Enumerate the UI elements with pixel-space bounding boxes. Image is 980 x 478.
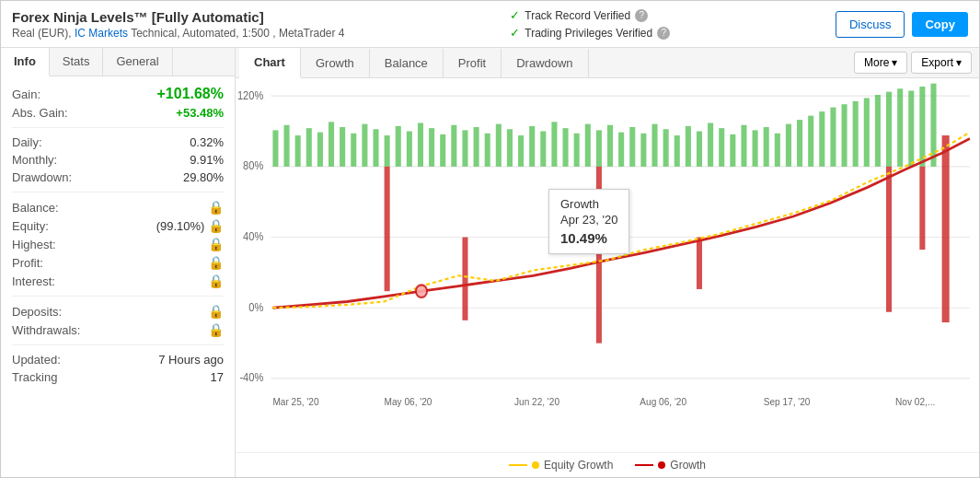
svg-rect-19 xyxy=(362,124,367,167)
chart-tooltip: Growth Apr 23, '20 10.49% xyxy=(548,189,629,254)
svg-rect-61 xyxy=(830,108,836,167)
info-icon-2[interactable]: ? xyxy=(657,27,670,40)
gain-value: +101.68% xyxy=(156,86,224,102)
svg-rect-76 xyxy=(919,167,925,250)
legend-equity-growth: Equity Growth xyxy=(509,459,613,472)
tab-growth[interactable]: Growth xyxy=(301,49,370,77)
chevron-down-icon: ▾ xyxy=(892,56,897,69)
more-button[interactable]: More ▾ xyxy=(854,52,907,74)
svg-rect-50 xyxy=(708,122,713,166)
legend-dot-equity xyxy=(532,461,539,469)
tab-info[interactable]: Info xyxy=(1,48,50,76)
svg-rect-13 xyxy=(295,135,301,167)
svg-rect-55 xyxy=(764,127,769,167)
svg-rect-21 xyxy=(385,135,390,167)
svg-rect-42 xyxy=(618,133,624,167)
tooltip-date: Apr 23, '20 xyxy=(560,213,617,227)
svg-rect-48 xyxy=(686,126,691,167)
abs-gain-value: +53.48% xyxy=(176,106,224,120)
svg-rect-12 xyxy=(284,125,290,167)
svg-rect-31 xyxy=(496,124,502,167)
svg-rect-11 xyxy=(272,130,278,166)
equity-lock-icon: 🔒 xyxy=(208,218,224,233)
svg-rect-41 xyxy=(607,125,613,167)
svg-rect-77 xyxy=(942,135,950,322)
svg-rect-45 xyxy=(651,124,657,167)
export-button[interactable]: Export ▾ xyxy=(911,52,972,74)
svg-rect-16 xyxy=(329,122,334,166)
equity-label: Equity: xyxy=(12,219,49,233)
svg-rect-14 xyxy=(306,128,312,167)
svg-rect-44 xyxy=(640,134,646,167)
svg-rect-26 xyxy=(440,134,445,167)
equity-value: (99.10%) 🔒 xyxy=(156,218,224,233)
tab-stats[interactable]: Stats xyxy=(50,48,104,76)
svg-text:Sep 17, '20: Sep 17, '20 xyxy=(764,396,811,408)
svg-text:0%: 0% xyxy=(248,300,264,313)
updated-label: Updated: xyxy=(12,353,61,367)
balance-lock-icon: 🔒 xyxy=(208,200,224,215)
chart-legend: Equity Growth Growth xyxy=(236,452,979,477)
legend-line-growth xyxy=(635,464,653,466)
page-title: Forex Ninja Levels™ [Fully Automatic] xyxy=(12,9,345,25)
copy-button[interactable]: Copy xyxy=(912,12,968,37)
updated-value: 7 Hours ago xyxy=(158,353,224,367)
svg-rect-63 xyxy=(853,101,859,167)
discuss-button[interactable]: Discuss xyxy=(836,11,905,38)
svg-rect-36 xyxy=(551,122,557,166)
interest-label: Interest: xyxy=(12,274,55,288)
header-subtitle: Real (EUR), IC Markets Technical, Automa… xyxy=(12,27,345,40)
tab-general[interactable]: General xyxy=(103,48,172,76)
chart-area: 120% 80% 40% 0% -40% xyxy=(236,78,979,452)
drawdown-value: 29.80% xyxy=(183,170,224,184)
svg-rect-37 xyxy=(563,128,569,167)
profit-lock-icon: 🔒 xyxy=(208,255,224,270)
svg-rect-46 xyxy=(663,129,669,167)
svg-text:-40%: -40% xyxy=(239,371,263,384)
legend-line-equity xyxy=(509,464,527,466)
highest-label: Highest: xyxy=(12,238,56,251)
svg-rect-23 xyxy=(407,132,412,167)
drawdown-label: Drawdown: xyxy=(12,170,72,184)
deposits-lock-icon: 🔒 xyxy=(208,304,224,319)
interest-lock-icon: 🔒 xyxy=(208,274,224,288)
info-icon-1[interactable]: ? xyxy=(635,9,648,22)
withdrawals-label: Withdrawals: xyxy=(12,323,80,337)
profit-label: Profit: xyxy=(12,256,43,270)
legend-growth: Growth xyxy=(635,459,706,472)
tooltip-title: Growth xyxy=(560,197,617,211)
svg-rect-32 xyxy=(507,129,513,167)
chevron-down-icon-2: ▾ xyxy=(956,56,962,69)
tooltip-value: 10.49% xyxy=(560,230,617,246)
svg-rect-74 xyxy=(697,238,702,289)
tab-balance[interactable]: Balance xyxy=(370,49,444,77)
monthly-value: 9.91% xyxy=(190,153,224,167)
tab-chart[interactable]: Chart xyxy=(239,48,301,78)
svg-text:Jun 22, '20: Jun 22, '20 xyxy=(514,396,559,408)
svg-rect-54 xyxy=(753,130,758,166)
verification-info: ✓ Track Record Verified ? ✓ Trading Priv… xyxy=(510,8,670,40)
svg-rect-66 xyxy=(886,92,892,167)
tab-profit[interactable]: Profit xyxy=(444,49,502,77)
daily-label: Daily: xyxy=(12,135,42,149)
svg-rect-47 xyxy=(674,135,680,167)
monthly-label: Monthly: xyxy=(12,153,57,167)
svg-rect-39 xyxy=(585,124,591,167)
svg-rect-49 xyxy=(697,132,702,167)
svg-text:80%: 80% xyxy=(243,159,264,172)
svg-rect-58 xyxy=(797,120,802,167)
tab-drawdown[interactable]: Drawdown xyxy=(502,49,588,77)
svg-rect-71 xyxy=(385,167,390,291)
ic-markets-link[interactable]: IC Markets xyxy=(75,27,128,40)
svg-rect-17 xyxy=(340,127,345,167)
svg-text:Nov 02,...: Nov 02,... xyxy=(895,396,935,408)
svg-rect-40 xyxy=(596,130,602,166)
svg-rect-15 xyxy=(317,133,323,167)
svg-rect-33 xyxy=(518,135,524,167)
check-icon-1: ✓ xyxy=(510,8,520,22)
svg-rect-24 xyxy=(418,122,423,166)
highest-lock-icon: 🔒 xyxy=(208,237,224,251)
svg-text:120%: 120% xyxy=(237,88,264,101)
svg-rect-18 xyxy=(351,134,356,167)
svg-rect-68 xyxy=(908,91,914,167)
